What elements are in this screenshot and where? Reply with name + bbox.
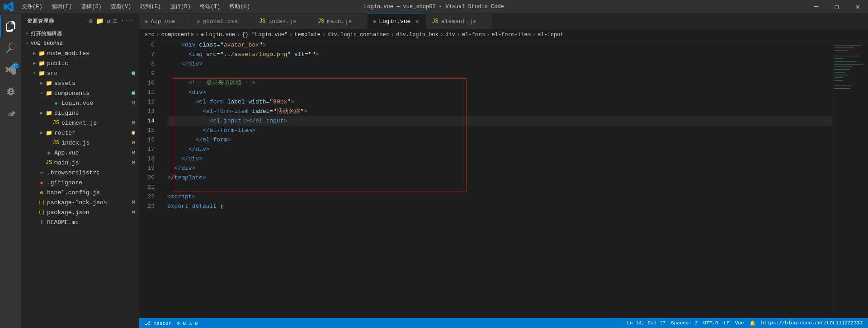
tree-plugins[interactable]: ▶ 📁 plugins xyxy=(22,108,139,118)
activity-search[interactable] xyxy=(0,37,22,59)
code-line-13: <el-form-item label="活动名称"> xyxy=(167,107,832,116)
tree-app-vue[interactable]: ▶ ◈ App.vue M xyxy=(22,148,139,158)
menu-terminal[interactable]: 终端(T) xyxy=(195,0,225,14)
activity-debug[interactable] xyxy=(0,80,22,102)
tab-main-js[interactable]: JS main.js ✕ xyxy=(312,14,368,29)
breadcrumb-el-form-item[interactable]: el-form-item xyxy=(491,32,530,38)
breadcrumb-template[interactable]: template xyxy=(294,32,321,38)
tree-babel-config[interactable]: ▶ ⚙ babel.config.js xyxy=(22,187,139,197)
line-num-14: 14 xyxy=(139,116,158,126)
menu-view[interactable]: 查看(V) xyxy=(106,0,136,14)
tree-readme[interactable]: ▶ ℹ README.md xyxy=(22,217,139,227)
tab-login-vue-close[interactable]: ✕ xyxy=(413,18,420,25)
tree-element-js[interactable]: ▶ JS element.js M xyxy=(22,118,139,128)
breadcrumb: src › components › ◈ Login.vue › {} "Log… xyxy=(139,29,868,40)
menu-select[interactable]: 选择(S) xyxy=(76,0,106,14)
tab-login-vue[interactable]: ◈ Login.vue ✕ xyxy=(368,14,426,29)
breadcrumb-scope[interactable]: {} "Login.vue" xyxy=(242,32,288,38)
code-editor[interactable]: 6 7 8 9 10 11 12 13 14 15 16 17 18 19 20… xyxy=(139,40,868,318)
project-root[interactable]: ▾ VUE_SHOP02 xyxy=(22,38,139,48)
window-controls[interactable]: ─ ❐ ✕ xyxy=(806,0,868,14)
breadcrumb-el-input[interactable]: el-input xyxy=(538,32,564,38)
status-encoding[interactable]: UTF-8 xyxy=(703,320,718,326)
tab-element-js[interactable]: JS element.js ✕ xyxy=(426,14,492,29)
svg-rect-7 xyxy=(834,66,852,67)
plugins-label: plugins xyxy=(54,110,139,117)
tree-main-js[interactable]: ▶ JS main.js M xyxy=(22,158,139,168)
status-eol[interactable]: LF xyxy=(724,320,730,326)
tab-main-js-label: main.js xyxy=(327,18,352,25)
breadcrumb-div-box[interactable]: div.login_box xyxy=(396,32,439,38)
more-icon[interactable]: ··· xyxy=(121,17,133,25)
tree-gitignore[interactable]: ▶ ◆ .gitignore xyxy=(22,178,139,187)
breadcrumb-div-container[interactable]: div.login_container xyxy=(327,32,389,38)
breadcrumb-login-vue[interactable]: Login.vue xyxy=(206,32,235,38)
status-spaces[interactable]: Spaces: 2 xyxy=(671,320,698,326)
status-right: Ln 14, Col 17 Spaces: 2 UTF-8 LF Vue 🔔 h… xyxy=(627,320,863,326)
tree-package-json[interactable]: ▶ {} package.json M xyxy=(22,207,139,217)
json-file-icon: {} xyxy=(38,199,45,206)
code-line-21 xyxy=(167,183,832,192)
activity-git[interactable]: 11 xyxy=(0,59,22,80)
status-branch[interactable]: ⎇ master xyxy=(145,320,171,326)
menu-file[interactable]: 文件(F) xyxy=(17,0,47,14)
menu-goto[interactable]: 转到(G) xyxy=(136,0,165,14)
tab-app-vue[interactable]: ◈ App.vue ✕ xyxy=(139,14,191,29)
breadcrumb-el-form[interactable]: el-form xyxy=(462,32,485,38)
router-index-badge: M xyxy=(132,140,135,145)
tree-router-index-js[interactable]: ▶ JS index.js M xyxy=(22,138,139,148)
status-errors[interactable]: ⊗ 0 ⚠ 0 xyxy=(177,320,198,326)
src-modified-dot xyxy=(132,71,135,75)
refresh-icon[interactable]: ↺ xyxy=(107,17,111,25)
md-file-icon: ℹ xyxy=(38,219,45,226)
status-feedback[interactable]: 🔔 xyxy=(750,320,756,326)
tree-src[interactable]: ▾ 📁 src xyxy=(22,68,139,78)
tree-router[interactable]: ▶ 📁 router xyxy=(22,128,139,138)
tree-login-vue[interactable]: ▶ ◈ Login.vue U xyxy=(22,98,139,108)
activity-bar: 11 xyxy=(0,14,22,328)
tree-package-lock[interactable]: ▶ {} package-lock.json M xyxy=(22,197,139,207)
new-file-icon[interactable]: ⊕ xyxy=(89,17,93,25)
line-num-13: 13 xyxy=(139,107,158,116)
folder-icon: 📁 xyxy=(38,60,45,67)
menu-bar[interactable]: 文件(F) 编辑(E) 选择(S) 查看(V) 转到(G) 运行(R) 终端(T… xyxy=(17,0,255,14)
code-line-7: <img src="../assets/logo.png" alt=""> xyxy=(167,50,832,59)
collapse-icon[interactable]: ⊟ xyxy=(113,17,118,25)
package-lock-badge: M xyxy=(132,200,135,205)
tree-browserslistrc[interactable]: ▶ ≡ .browserslistrc xyxy=(22,168,139,178)
open-editors-section[interactable]: ▾ 打开的编辑器 xyxy=(22,28,139,38)
line-num-16: 16 xyxy=(139,135,158,145)
breadcrumb-src[interactable]: src xyxy=(145,32,155,38)
breadcrumb-components[interactable]: components xyxy=(161,32,194,38)
close-button[interactable]: ✕ xyxy=(847,0,868,14)
code-line-16: </el-form> xyxy=(167,135,832,145)
tree-public[interactable]: ▶ 📁 public xyxy=(22,58,139,68)
tree-components[interactable]: ▾ 📁 components xyxy=(22,88,139,98)
tree-assets[interactable]: ▶ 📁 assets xyxy=(22,78,139,88)
sidebar: 资源管理器 ⊕ 📁 ↺ ⊟ ··· ▾ 打开的编辑器 ▾ VUE_SHOP02 … xyxy=(22,14,139,328)
code-content[interactable]: <div class="avatar_box"> <img src="../as… xyxy=(162,40,832,318)
tab-vue-icon: ◈ xyxy=(373,18,376,25)
folder-icon: 📁 xyxy=(45,129,52,136)
activity-explorer[interactable] xyxy=(0,15,22,37)
breadcrumb-div[interactable]: div xyxy=(445,32,455,38)
line-num-7: 7 xyxy=(139,50,158,59)
maximize-button[interactable]: ❐ xyxy=(826,0,847,14)
minimap xyxy=(832,40,868,318)
menu-help[interactable]: 帮助(H) xyxy=(225,0,255,14)
new-folder-icon[interactable]: 📁 xyxy=(96,17,104,25)
line-num-23: 23 xyxy=(139,201,158,211)
tab-index-js[interactable]: JS index.js ✕ xyxy=(254,14,312,29)
activity-extensions[interactable] xyxy=(0,102,22,124)
app-vue-label: App.vue xyxy=(54,150,132,156)
login-vue-badge: U xyxy=(132,100,135,106)
tree-node-modules[interactable]: ▶ 📁 node_modules xyxy=(22,48,139,58)
minimize-button[interactable]: ─ xyxy=(806,0,826,14)
tab-global-css[interactable]: ⊙ global.css ✕ xyxy=(191,14,254,29)
code-line-9 xyxy=(167,69,832,78)
menu-edit[interactable]: 编辑(E) xyxy=(47,0,77,14)
sidebar-header-icons[interactable]: ⊕ 📁 ↺ ⊟ ··· xyxy=(89,17,133,25)
menu-run[interactable]: 运行(R) xyxy=(165,0,195,14)
status-lang[interactable]: Vue xyxy=(735,320,744,326)
vue-file-icon: ◈ xyxy=(45,149,52,156)
